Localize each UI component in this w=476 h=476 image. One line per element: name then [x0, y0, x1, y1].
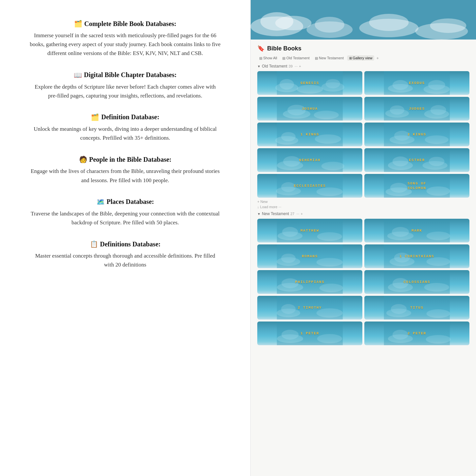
notebook-icon-6: 📋 — [90, 240, 98, 248]
svg-point-90 — [317, 334, 342, 343]
svg-point-57 — [282, 227, 298, 237]
book-card-matthew[interactable]: MATTHEW — [257, 219, 362, 242]
book-card-1corinthians[interactable]: 1 CORINTHIANS — [364, 244, 469, 268]
book-card-1kings[interactable]: 1 KINGS — [257, 123, 362, 146]
feature-title-5: 🗺️ Places Database: — [26, 198, 224, 206]
feature-title-1: 🗂️ Complete Bible Book Databases: — [26, 20, 224, 28]
svg-point-41 — [322, 162, 345, 170]
left-panel: 🗂️ Complete Bible Book Databases: Immers… — [0, 0, 250, 476]
book-card-1peter[interactable]: 1 PETER — [257, 322, 362, 345]
svg-point-89 — [282, 330, 299, 340]
svg-point-46 — [429, 157, 445, 166]
genesis-label: GENESIS — [299, 81, 321, 85]
nt-gallery-row-2: ROMANS 1 CORINTHIANS — [257, 244, 469, 268]
tab-gallery-view[interactable]: ⊞ Gallery view — [347, 55, 375, 61]
map-icon-5: 🗺️ — [97, 198, 105, 206]
ot-gallery-row-2: JOSHUA JUDGES — [257, 97, 469, 121]
matthew-label: MATTHEW — [299, 229, 321, 233]
book-card-judges[interactable]: JUDGES — [364, 97, 469, 121]
feature-desc-5: Traverse the landscapes of the Bible, de… — [30, 209, 221, 227]
nt-gallery-row-4: 2 TIMOTHY TITUS — [257, 296, 469, 320]
nt-gallery-row-3: PHILIPPIANS COLOSSIANS — [257, 270, 469, 294]
book-card-song-of-solomon[interactable]: SONG OF SOLOMON — [364, 174, 469, 198]
toggle-new-testament-icon[interactable]: ▼ — [257, 212, 261, 216]
gallery-view-icon: ⊞ — [349, 56, 352, 60]
philippians-label: PHILIPPIANS — [294, 280, 326, 284]
clipboard-icon-1: 🗂️ — [74, 20, 82, 28]
tab-new-testament[interactable]: ▤ New Testament — [313, 55, 346, 61]
book-card-ecclesiastes[interactable]: ECCLESIASTES — [257, 174, 362, 198]
romans-label: ROMANS — [300, 254, 319, 258]
svg-point-86 — [427, 309, 450, 318]
svg-point-78 — [424, 283, 449, 292]
book-card-exodus[interactable]: EXODUS — [364, 71, 469, 95]
book-card-colossians[interactable]: COLOSSIANS — [364, 270, 469, 294]
load-more-ot-button[interactable]: ↓ Load more ··· — [257, 205, 469, 209]
2kings-label: 2 KINGS — [406, 132, 428, 136]
feature-desc-4: Engage with the lives of characters from… — [30, 167, 221, 184]
feature-title-2: 📖 Digital Bible Chapter Databases: — [26, 71, 224, 79]
book-card-joshua[interactable]: JOSHUA — [257, 97, 362, 121]
book-card-philippians[interactable]: PHILIPPIANS — [257, 270, 362, 294]
feature-desc-3: Unlock the meanings of key words, diving… — [30, 125, 221, 142]
svg-point-70 — [427, 257, 450, 266]
new-testament-tab-icon: ▤ — [315, 56, 318, 60]
svg-point-27 — [390, 105, 405, 115]
add-view-button[interactable]: + — [376, 56, 379, 61]
mark-label: MARK — [410, 229, 423, 233]
svg-point-81 — [281, 304, 296, 314]
notion-panel: 🔖 Bible Books ▤ Show All ▤ Old Testament… — [251, 40, 476, 476]
ot-gallery-row-1: GENESIS EXODUS — [257, 71, 469, 95]
toggle-old-testament-icon[interactable]: ▼ — [257, 65, 261, 68]
book-card-genesis[interactable]: GENESIS — [257, 71, 362, 95]
book-card-esther[interactable]: ESTHER — [364, 148, 469, 172]
2timothy-label: 2 TIMOTHY — [296, 306, 323, 310]
book-card-romans[interactable]: ROMANS — [257, 244, 362, 268]
tab-old-testament[interactable]: ▤ Old Testament — [280, 55, 312, 61]
notion-tabs-bar: ▤ Show All ▤ Old Testament ▤ New Testame… — [257, 55, 469, 61]
titus-label: TITUS — [409, 306, 425, 310]
feature-desc-1: Immerse yourself in the sacred texts wit… — [30, 31, 221, 58]
book-card-2timothy[interactable]: 2 TIMOTHY — [257, 296, 362, 320]
new-testament-count: 27 — [290, 212, 294, 216]
esther-label: ESTHER — [407, 158, 426, 162]
nt-gallery-row-1: MATTHEW MARK — [257, 219, 469, 242]
svg-point-24 — [314, 111, 339, 119]
clipboard-icon-3: 🗂️ — [91, 113, 99, 121]
feature-digital-chapter: 📖 Digital Bible Chapter Databases: Explo… — [26, 71, 224, 100]
colossians-label: COLOSSIANS — [402, 280, 432, 284]
svg-point-7 — [369, 14, 409, 31]
ot-gallery-row-3: 1 KINGS 2 KINGS — [257, 123, 469, 146]
new-item-ot-button[interactable]: + New — [257, 200, 469, 204]
old-testament-tab-icon: ▤ — [282, 56, 285, 60]
1kings-label: 1 KINGS — [299, 132, 321, 136]
notion-panel-title: Bible Books — [267, 45, 301, 52]
feature-people: 🧑 People in the Bible Database: Engage w… — [26, 155, 224, 184]
old-testament-count: 39 — [289, 64, 293, 68]
svg-point-29 — [431, 105, 446, 115]
tab-show-all[interactable]: ▤ Show All — [257, 55, 279, 61]
feature-title-3: 🗂️ Definition Database: — [26, 113, 224, 121]
nehemiah-label: NEHEMIAH — [298, 158, 322, 162]
book-card-nehemiah[interactable]: NEHEMIAH — [257, 148, 362, 172]
song-of-solomon-label: SONG OF SOLOMON — [406, 181, 428, 191]
feature-desc-6: Master essential concepts through thorou… — [30, 251, 221, 269]
book-card-titus[interactable]: TITUS — [364, 296, 469, 320]
sky-svg — [251, 0, 476, 40]
svg-point-74 — [320, 284, 343, 292]
feature-title-6: 📋 Definitions Database: — [26, 240, 224, 248]
old-testament-section-header: ▼ Old Testament 39 ··· + — [257, 64, 469, 69]
book-card-mark[interactable]: MARK — [364, 219, 469, 242]
book-card-2peter[interactable]: 2 PETER — [364, 322, 469, 345]
bible-books-icon: 🔖 — [257, 45, 265, 52]
2peter-label: 2 PETER — [406, 331, 428, 335]
svg-point-62 — [427, 232, 450, 240]
exodus-label: EXODUS — [407, 81, 426, 85]
svg-point-94 — [426, 335, 451, 344]
right-panel: 🔖 Bible Books ▤ Show All ▤ Old Testament… — [250, 0, 476, 476]
1peter-label: 1 PETER — [299, 331, 321, 335]
feature-definitions2: 📋 Definitions Database: Master essential… — [26, 240, 224, 269]
book-card-2kings[interactable]: 2 KINGS — [364, 123, 469, 146]
show-all-icon: ▤ — [259, 56, 262, 60]
svg-point-12 — [280, 79, 294, 90]
